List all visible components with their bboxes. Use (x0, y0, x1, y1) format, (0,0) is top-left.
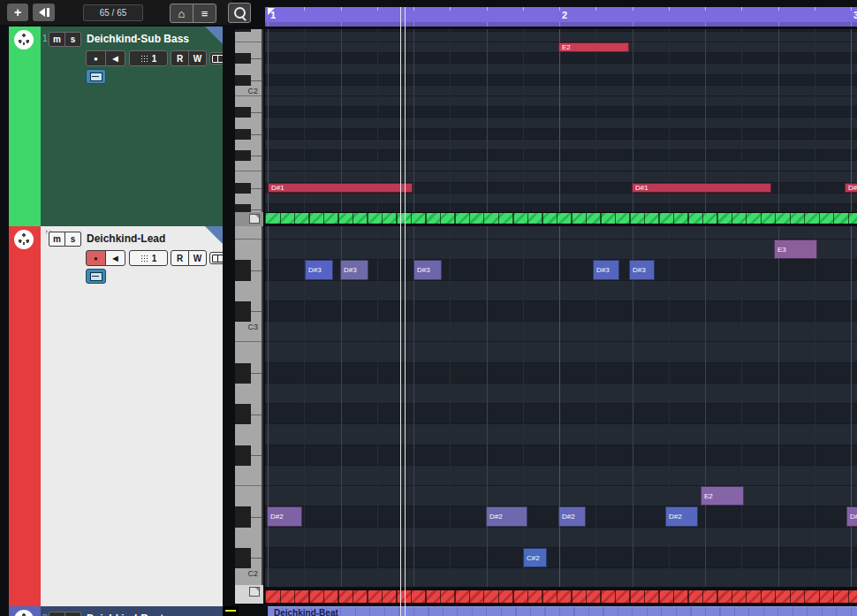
piano-key-black-F#2[interactable] (235, 445, 251, 466)
read-automation-button[interactable]: R (171, 50, 189, 66)
mute-button[interactable]: m (49, 32, 65, 47)
track-header-lead[interactable]: 2 m s Deichkind-Lead ● ◀ 1 R W (9, 226, 223, 606)
track-color-strip[interactable] (9, 27, 41, 226)
track-name[interactable]: Deichkind-Sub Bass (87, 33, 189, 45)
midi-note-D#3[interactable]: D#3 (413, 260, 442, 279)
mute-button[interactable]: m (49, 612, 65, 616)
piano-key-black-C#2[interactable] (235, 548, 251, 568)
search-button[interactable] (228, 3, 251, 23)
inplace-editor-button[interactable] (86, 269, 106, 284)
pitch-row-B1 (265, 96, 857, 107)
monitor-button[interactable]: ◀ (105, 50, 125, 66)
piano-key-black-F#1[interactable] (235, 150, 251, 161)
midi-note-D#2[interactable]: D#2 (267, 506, 302, 526)
fold-corner[interactable] (205, 226, 223, 244)
midi-note-D#2[interactable]: D#2 (558, 506, 586, 526)
pitch-row-C2 (265, 568, 857, 587)
midi-part-sub-bass[interactable] (265, 212, 857, 224)
piano-key-black-D#1[interactable] (235, 183, 251, 194)
fold-corner[interactable] (205, 27, 223, 44)
track-count-field[interactable]: 65 / 65 (83, 4, 143, 21)
lanes-button[interactable] (209, 252, 223, 264)
track-name[interactable]: Deichkind-Beat (87, 612, 163, 616)
midi-note-E2[interactable]: E2 (558, 42, 629, 52)
solo-button[interactable]: s (64, 612, 81, 616)
ruler-ticks (265, 7, 857, 11)
piano-key-black-C#3[interactable] (235, 301, 251, 322)
pitch-row-D2 (265, 528, 857, 548)
pitch-row-C#2 (265, 75, 857, 86)
home-zoom-button[interactable]: ⌂ (170, 4, 193, 23)
pitch-row-E1 (265, 171, 857, 182)
pitch-row-F#1 (265, 150, 857, 161)
midi-note-D#1[interactable]: D#1 (845, 183, 857, 193)
piano-key-black-G#2[interactable] (235, 404, 251, 424)
timeline-ruler[interactable]: 123 (265, 7, 857, 27)
record-arm-button[interactable]: ● (86, 250, 106, 266)
piano-key-black-A#2[interactable] (235, 363, 251, 384)
piano-key-black-G#1[interactable] (235, 129, 251, 140)
lanes-button[interactable] (209, 52, 223, 65)
midi-note-D#2[interactable]: D#2 (486, 506, 527, 526)
ruler-bar-number: 2 (562, 10, 567, 20)
pitch-row-C2 (265, 86, 857, 96)
midi-note-D#2[interactable]: D#2 (665, 506, 698, 526)
pitch-row-F3 (265, 226, 857, 240)
record-arm-button[interactable]: ● (86, 50, 106, 66)
midi-channel-button[interactable]: 1 (129, 50, 168, 66)
pitch-row-F1 (265, 161, 857, 171)
track-header-beat[interactable]: 3 m s Deichkind-Beat (9, 606, 223, 616)
pitch-row-A#1 (265, 107, 857, 118)
midi-channel-button[interactable]: 1 (129, 250, 168, 266)
midi-note-D#3[interactable]: D#3 (305, 260, 333, 279)
inplace-editor-sub-bass[interactable]: E2D#1D#1D#1 (265, 29, 857, 212)
piano-key-black-D#2[interactable] (235, 506, 251, 527)
key-separator (251, 58, 262, 59)
midi-part-lead[interactable] (265, 589, 857, 604)
pitch-row-C3 (265, 322, 857, 342)
page-icon[interactable] (249, 587, 260, 597)
page-icon[interactable] (249, 214, 260, 224)
midi-note-D#3[interactable]: D#3 (593, 260, 619, 279)
piano-key-black-C#1[interactable] (235, 204, 251, 212)
piano-key-black-D#2[interactable] (235, 53, 251, 64)
monitor-button[interactable]: ◀ (105, 250, 125, 266)
key-separator (251, 112, 262, 113)
solo-button[interactable]: s (64, 32, 81, 47)
midi-note-E3[interactable]: E3 (774, 240, 817, 259)
midi-note-D#3[interactable]: D#3 (340, 260, 368, 279)
track-name[interactable]: Deichkind-Lead (87, 232, 165, 245)
mute-button[interactable]: m (49, 232, 65, 247)
piano-key-black-D#3[interactable] (235, 260, 251, 280)
cubase-project-window: + 65 / 65 ⌂ ≡ 1 m s Deichkind-Sub Bass ●… (0, 0, 857, 616)
inplace-editor-icon (90, 272, 102, 281)
midi-note-E2[interactable]: E2 (701, 486, 744, 506)
midi-channel-value: 1 (152, 254, 157, 263)
write-automation-button[interactable]: W (188, 250, 207, 266)
inplace-editor-button[interactable] (86, 69, 106, 84)
pitch-row-B2 (265, 342, 857, 362)
solo-button[interactable]: s (64, 232, 81, 247)
track-header-sub-bass[interactable]: 1 m s Deichkind-Sub Bass ● ◀ 1 R W (9, 27, 223, 226)
write-automation-button[interactable]: W (188, 50, 207, 66)
inplace-editor-lead[interactable]: D#3D#3D#3D#3D#3E3E2D#2D#2D#2D#2C#2D#2 (265, 226, 857, 587)
midi-note-D#2[interactable]: D#2 (846, 506, 857, 526)
piano-key-black-C#2[interactable] (235, 75, 251, 86)
piano-keyboard-sub-bass[interactable]: C2 (235, 29, 263, 212)
piano-key-black-A#1[interactable] (235, 107, 251, 118)
track-color-strip[interactable] (9, 226, 41, 606)
midi-part-beat[interactable]: Deichkind-Beat (268, 606, 857, 616)
track-preset-button[interactable] (33, 4, 55, 21)
midi-note-D#1[interactable]: D#1 (632, 183, 771, 193)
track-list-menu-button[interactable]: ≡ (193, 4, 216, 23)
midi-note-D#1[interactable]: D#1 (268, 183, 413, 193)
piano-keyboard-lead[interactable]: C3C2 (235, 226, 263, 585)
key-separator (251, 311, 262, 312)
midi-note-D#3[interactable]: D#3 (629, 260, 655, 279)
grid-icon (140, 255, 148, 262)
piano-key-black-F#2[interactable] (235, 29, 251, 32)
grid-icon (140, 55, 148, 63)
midi-note-C#2[interactable]: C#2 (523, 548, 547, 567)
add-track-button[interactable]: + (7, 4, 28, 21)
read-automation-button[interactable]: R (171, 250, 189, 266)
